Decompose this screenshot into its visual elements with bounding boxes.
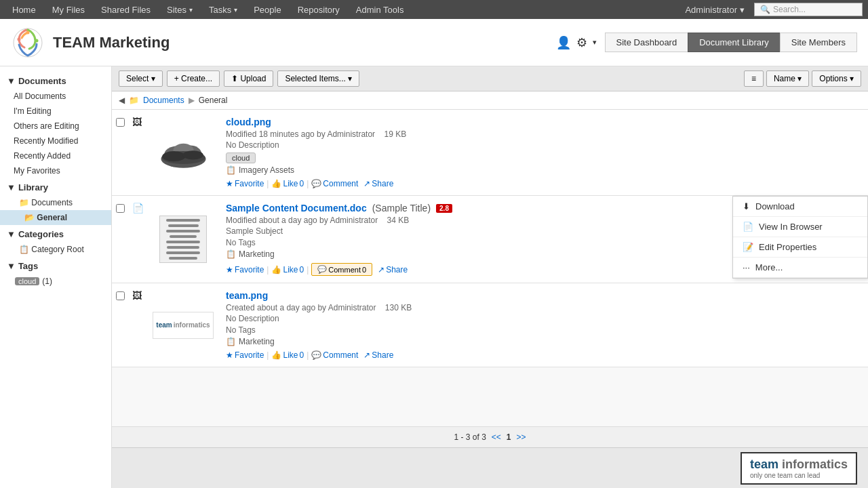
doc-type-icon-sample: 📄 bbox=[131, 196, 146, 283]
pagination-first[interactable]: << bbox=[492, 432, 501, 442]
sort-icon-button[interactable]: ≡ bbox=[744, 70, 764, 87]
svg-point-10 bbox=[182, 150, 203, 159]
pagination-last[interactable]: >> bbox=[517, 432, 526, 442]
footer-logo-name: team informatics bbox=[750, 458, 848, 472]
doc-title-cloud[interactable]: cloud.png bbox=[226, 117, 863, 127]
nav-repository[interactable]: Repository bbox=[291, 0, 347, 19]
checkbox-cloud[interactable] bbox=[116, 118, 125, 127]
svg-point-3 bbox=[35, 39, 39, 42]
brand-logo-icon bbox=[12, 27, 43, 58]
document-library-button[interactable]: Document Library bbox=[688, 33, 780, 52]
brand-title: TEAM Marketing bbox=[53, 34, 548, 52]
comment-link-cloud[interactable]: 💬 Comment bbox=[311, 179, 358, 188]
nav-home[interactable]: Home bbox=[5, 0, 43, 19]
dropdown-more[interactable]: ··· More... bbox=[733, 258, 867, 278]
doc-info-team: team.png Created about a day ago by Admi… bbox=[220, 283, 868, 367]
sidebar-item-recently-modified[interactable]: Recently Modified bbox=[0, 134, 111, 148]
name-sort-button[interactable]: Name ▾ bbox=[766, 70, 809, 87]
search-input[interactable]: 🔍 Search... bbox=[754, 3, 863, 16]
checkbox-team[interactable] bbox=[116, 291, 125, 300]
thumb-up-icon: 👍 bbox=[271, 179, 281, 188]
create-button[interactable]: + Create... bbox=[167, 70, 220, 87]
sidebar-item-my-favorites[interactable]: My Favorites bbox=[0, 163, 111, 178]
share-icon: ↗ bbox=[363, 350, 370, 360]
share-link-sample[interactable]: ↗ Share bbox=[378, 265, 408, 274]
select-button[interactable]: Select ▾ bbox=[119, 70, 163, 87]
pagination-current: 1 bbox=[507, 432, 511, 442]
admin-menu[interactable]: Administrator ▾ bbox=[678, 5, 751, 15]
comment-button-sample[interactable]: 💬 Comment 0 bbox=[311, 263, 372, 276]
comment-icon: 💬 bbox=[311, 179, 321, 188]
sidebar-section-documents[interactable]: ▼ Documents bbox=[0, 72, 111, 89]
doc-thumbnail-team: team informatics bbox=[146, 283, 220, 367]
settings-chevron-icon[interactable]: ▾ bbox=[593, 38, 597, 47]
tag-cloud-count: (1) bbox=[42, 277, 52, 286]
nav-shared-files[interactable]: Shared Files bbox=[94, 0, 157, 19]
sidebar-item-lib-general[interactable]: 📂 General bbox=[0, 210, 111, 225]
like-link-cloud[interactable]: 👍 Like 0 bbox=[271, 179, 304, 188]
sidebar-section-library[interactable]: ▼ Library bbox=[0, 178, 111, 195]
doc-title-team[interactable]: team.png bbox=[226, 290, 863, 301]
sidebar-item-category-root[interactable]: 📋 Category Root bbox=[0, 242, 111, 257]
search-icon: 🔍 bbox=[760, 5, 770, 14]
doc-checkbox-cloud[interactable] bbox=[112, 110, 131, 195]
doc-meta-team: Created about a day ago by Administrator… bbox=[226, 303, 863, 312]
brand-logo[interactable] bbox=[11, 26, 45, 60]
nav-tasks[interactable]: Tasks ▾ bbox=[202, 0, 244, 19]
settings-icon[interactable]: ⚙ bbox=[576, 35, 587, 50]
like-link-sample[interactable]: 👍 Like 0 bbox=[271, 265, 304, 274]
selected-items-button[interactable]: Selected Items... ▾ bbox=[277, 70, 359, 87]
user-icon[interactable]: 👤 bbox=[556, 35, 571, 50]
doc-version-badge: 2.8 bbox=[436, 204, 452, 213]
brand-icons: 👤 ⚙ ▾ bbox=[556, 35, 597, 50]
sidebar-item-im-editing[interactable]: I'm Editing bbox=[0, 104, 111, 119]
nav-admin-tools[interactable]: Admin Tools bbox=[349, 0, 411, 19]
sidebar-item-tag-cloud[interactable]: cloud (1) bbox=[0, 274, 111, 289]
doc-tags-team: No Tags bbox=[226, 325, 863, 335]
content-area: Select ▾ + Create... ⬆ Upload Selected I… bbox=[112, 66, 868, 488]
site-dashboard-button[interactable]: Site Dashboard bbox=[605, 33, 688, 52]
nav-sites[interactable]: Sites ▾ bbox=[160, 0, 199, 19]
dropdown-edit-properties[interactable]: 📝 Edit Properties bbox=[733, 237, 867, 258]
sidebar-item-recently-added[interactable]: Recently Added bbox=[0, 148, 111, 163]
sidebar-item-others-editing[interactable]: Others are Editing bbox=[0, 119, 111, 134]
comment-link-team[interactable]: 💬 Comment bbox=[311, 350, 358, 360]
document-list: 🖼 bbox=[112, 110, 868, 426]
sidebar-section-categories-label: Categories bbox=[18, 229, 64, 239]
back-button[interactable]: ◀ bbox=[119, 96, 125, 105]
site-members-button[interactable]: Site Members bbox=[780, 33, 857, 52]
favorite-link-sample[interactable]: ★ Favorite bbox=[226, 265, 264, 274]
doc-row-sample: 📄 Sample Conte bbox=[112, 196, 868, 283]
comment-icon: 💬 bbox=[311, 350, 321, 360]
upload-button[interactable]: ⬆ Upload bbox=[224, 70, 273, 87]
nav-my-files[interactable]: My Files bbox=[45, 0, 92, 19]
sidebar-section-categories[interactable]: ▼ Categories bbox=[0, 225, 111, 242]
edit-properties-icon: 📝 bbox=[743, 242, 753, 252]
doc-category-team: 📋 Marketing bbox=[226, 337, 863, 346]
doc-desc-team: No Description bbox=[226, 314, 863, 323]
doc-checkbox-sample[interactable] bbox=[112, 196, 131, 283]
dropdown-view-browser[interactable]: 📄 View In Browser bbox=[733, 217, 867, 237]
like-link-team[interactable]: 👍 Like 0 bbox=[271, 350, 304, 360]
category-icon: 📋 bbox=[226, 249, 236, 259]
share-icon: ↗ bbox=[378, 265, 384, 274]
share-link-team[interactable]: ↗ Share bbox=[363, 350, 393, 360]
checkbox-sample[interactable] bbox=[116, 204, 125, 213]
documents-collapse-icon: ▼ bbox=[7, 76, 16, 86]
pagination-summary: 1 - 3 of 3 bbox=[454, 432, 486, 442]
favorite-link-team[interactable]: ★ Favorite bbox=[226, 350, 264, 360]
breadcrumb-sep: ▶ bbox=[189, 96, 195, 105]
share-link-cloud[interactable]: ↗ Share bbox=[363, 179, 393, 188]
nav-people[interactable]: People bbox=[247, 0, 288, 19]
favorite-link-cloud[interactable]: ★ Favorite bbox=[226, 179, 264, 188]
doc-tag-cloud[interactable]: cloud bbox=[226, 152, 256, 163]
doc-checkbox-team[interactable] bbox=[112, 283, 131, 367]
breadcrumb-documents[interactable]: Documents bbox=[143, 96, 184, 105]
options-button[interactable]: Options ▾ bbox=[812, 70, 861, 87]
sidebar-item-lib-documents[interactable]: 📁 Documents bbox=[0, 195, 111, 210]
tasks-chevron-icon: ▾ bbox=[234, 6, 237, 14]
sidebar-item-all-documents[interactable]: All Documents bbox=[0, 89, 111, 104]
dropdown-download[interactable]: ⬇ Download bbox=[733, 197, 867, 217]
sidebar-section-tags[interactable]: ▼ Tags bbox=[0, 257, 111, 274]
sidebar-section-documents-label: Documents bbox=[18, 76, 66, 86]
